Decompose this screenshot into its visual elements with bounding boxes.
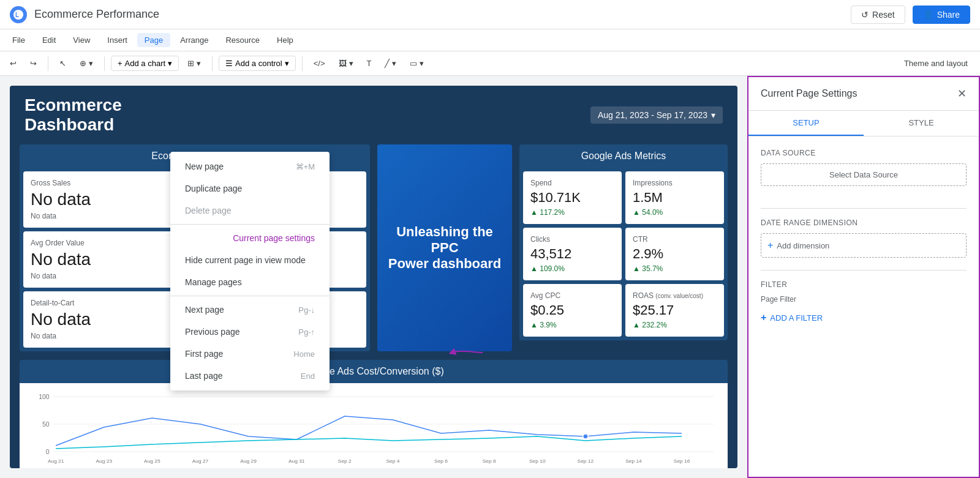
menu-current-page-settings[interactable]: Current page settings: [170, 227, 330, 249]
dashboard: EcommerceDashboard Aug 21, 2023 - Sep 17…: [10, 86, 737, 468]
divider-1: [170, 224, 330, 225]
gross-sales-sub: No data: [31, 212, 186, 220]
metric-avg-order: Avg Order Value No data No data: [23, 231, 193, 288]
svg-text:Sep 6: Sep 6: [434, 458, 448, 464]
svg-point-8: [583, 434, 588, 439]
grid-chevron-icon: ▾: [197, 59, 201, 68]
separator-4: [302, 56, 303, 71]
chevron-down-icon: ▾: [89, 59, 93, 68]
menu-previous-page[interactable]: Previous page Pg-↑: [170, 321, 330, 343]
menu-item-resource[interactable]: Resource: [218, 33, 267, 47]
menu-item-help[interactable]: Help: [270, 33, 301, 47]
shape-icon: ▭: [410, 59, 417, 68]
ads-avg-cpc: Avg CPC $0.25 ▲ 3.9%: [523, 284, 622, 337]
ppc-banner: Unleashing the PPCPower dashboard: [377, 144, 512, 351]
previous-page-shortcut: Pg-↑: [298, 327, 315, 337]
dashboard-main-content: Ecommerce Metrics Gross Sales No data No…: [10, 140, 737, 356]
select-icon: ↖: [59, 59, 66, 68]
settings-close-button[interactable]: ✕: [957, 87, 967, 100]
theme-layout-button[interactable]: Theme and layout: [897, 56, 975, 70]
select-tool-button[interactable]: ↖: [55, 56, 71, 70]
roas-change: ▲ 232.2%: [633, 321, 717, 329]
canvas: EcommerceDashboard Aug 21, 2023 - Sep 17…: [0, 76, 747, 478]
tab-setup[interactable]: SETUP: [748, 111, 864, 136]
add-filter-button[interactable]: + ADD A FILTER: [761, 308, 967, 327]
ads-roas: ROAS (conv. value/cost) $25.17 ▲ 232.2%: [625, 284, 724, 337]
next-page-shortcut: Pg-↓: [298, 305, 315, 315]
chart-icon: +: [118, 59, 123, 68]
code-button[interactable]: </>: [309, 56, 330, 70]
chart-title: Google Ads Cost/Conversion ($): [20, 360, 728, 383]
tab-style[interactable]: STYLE: [864, 111, 979, 136]
svg-text:0: 0: [46, 449, 50, 455]
menu-manage-pages[interactable]: Manage pages: [170, 271, 330, 293]
chart-area: 100 50 0 Aug 21 Aug 23 Aug 25 Aug 27: [20, 383, 728, 468]
svg-text:Sep 12: Sep 12: [578, 458, 594, 464]
redo-icon: ↪: [30, 59, 37, 68]
filter-label: Filter: [761, 280, 967, 289]
menu-new-page[interactable]: New page ⌘+M: [170, 155, 330, 177]
menu-first-page[interactable]: First page Home: [170, 343, 330, 365]
menu-last-page[interactable]: Last page End: [170, 365, 330, 387]
menu-delete-page[interactable]: Delete page: [170, 200, 330, 222]
detail-to-cart-label: Detail-to-Cart: [31, 299, 186, 307]
menu-item-file[interactable]: File: [5, 33, 32, 47]
svg-text:Aug 27: Aug 27: [192, 458, 209, 464]
zoom-button[interactable]: ⊕ ▾: [75, 56, 98, 70]
image-chevron-icon: ▾: [349, 59, 353, 68]
menu-next-page[interactable]: Next page Pg-↓: [170, 299, 330, 321]
menu-hide-page[interactable]: Hide current page in view mode: [170, 249, 330, 271]
avg-order-label: Avg Order Value: [31, 239, 186, 247]
plus-icon: +: [767, 240, 773, 251]
image-button[interactable]: 🖼 ▾: [334, 56, 358, 70]
ctr-change: ▲ 35.7%: [633, 264, 717, 273]
add-control-button[interactable]: ☰ Add a control ▾: [219, 56, 296, 71]
grid-button[interactable]: ⊞ ▾: [183, 56, 206, 70]
impressions-value: 1.5M: [633, 190, 717, 206]
reset-button[interactable]: ↺ Reset: [851, 6, 905, 24]
roas-label: ROAS (conv. value/cost): [633, 291, 717, 300]
add-chart-label: Add a chart: [125, 59, 166, 68]
ads-impressions: Impressions 1.5M ▲ 54.0%: [625, 171, 724, 224]
menu-item-view[interactable]: View: [66, 33, 97, 47]
main-area: EcommerceDashboard Aug 21, 2023 - Sep 17…: [0, 76, 980, 478]
svg-text:L: L: [15, 12, 19, 18]
svg-text:Sep 2: Sep 2: [338, 458, 352, 464]
svg-text:Aug 21: Aug 21: [48, 458, 64, 464]
text-button[interactable]: T: [362, 56, 377, 70]
first-page-shortcut: Home: [293, 349, 315, 359]
add-dimension-button[interactable]: + Add dimension: [761, 233, 967, 258]
spend-value: $10.71K: [530, 190, 614, 206]
date-range-text: Aug 21, 2023 - Sep 17, 2023: [598, 110, 707, 120]
line-button[interactable]: ╱ ▾: [380, 56, 401, 70]
menu-duplicate-page[interactable]: Duplicate page: [170, 177, 330, 200]
add-chart-button[interactable]: + Add a chart ▾: [111, 56, 179, 71]
date-range-picker[interactable]: Aug 21, 2023 - Sep 17, 2023 ▾: [590, 106, 723, 124]
ads-spend: Spend $10.71K ▲ 117.2%: [523, 171, 622, 224]
menu-bar: File Edit View Insert Page Arrange Resou…: [0, 29, 980, 51]
settings-header: Current Page Settings ✕: [748, 77, 979, 111]
menu-item-edit[interactable]: Edit: [35, 33, 63, 47]
menu-item-insert[interactable]: Insert: [100, 33, 135, 47]
reset-icon: ↺: [861, 10, 869, 20]
svg-text:Aug 31: Aug 31: [288, 458, 305, 464]
ads-panel: Google Ads Metrics Spend $10.71K ▲ 117.2…: [519, 144, 728, 351]
share-button[interactable]: 👤 Share: [913, 6, 970, 24]
arrow-indicator: [449, 346, 486, 359]
settings-divider-2: [761, 270, 967, 271]
shape-button[interactable]: ▭ ▾: [405, 56, 429, 70]
menu-item-arrange[interactable]: Arrange: [173, 33, 216, 47]
zoom-icon: ⊕: [80, 59, 86, 68]
shape-chevron-icon: ▾: [420, 59, 424, 68]
undo-button[interactable]: ↩: [5, 56, 21, 70]
ads-ctr: CTR 2.9% ▲ 35.7%: [625, 228, 724, 280]
select-data-source-button[interactable]: Select Data Source: [761, 163, 967, 186]
svg-text:Aug 25: Aug 25: [144, 458, 160, 464]
menu-item-page[interactable]: Page: [137, 33, 170, 47]
settings-panel: Current Page Settings ✕ SETUP STYLE Data…: [747, 76, 980, 478]
top-bar: L Ecommerce Performance ↺ Reset 👤 Share: [0, 0, 980, 29]
settings-divider-1: [761, 208, 967, 209]
redo-button[interactable]: ↪: [25, 56, 42, 70]
detail-to-cart-sub: No data: [31, 332, 186, 340]
svg-text:Sep 16: Sep 16: [674, 458, 690, 464]
